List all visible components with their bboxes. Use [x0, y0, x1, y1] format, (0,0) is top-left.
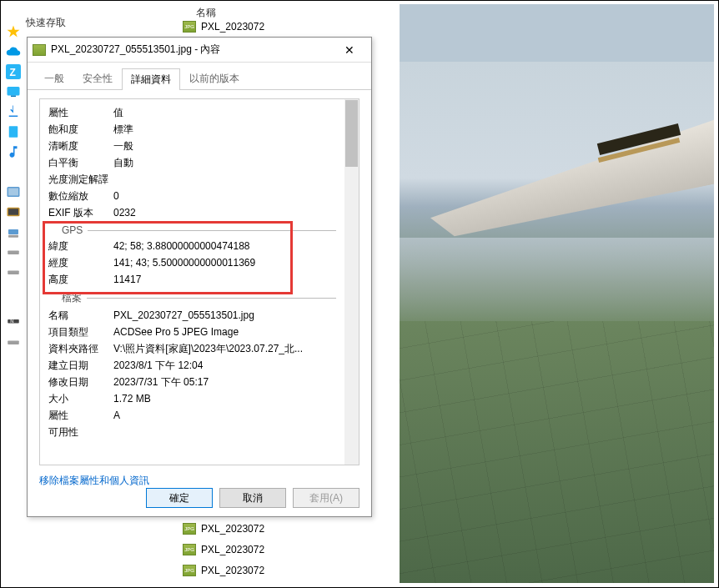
svg-text:Z: Z — [10, 67, 16, 78]
file-row[interactable]: JPGPXL_2023072 — [183, 539, 349, 560]
airplane-wing — [430, 113, 714, 238]
image-preview-pane — [400, 4, 714, 583]
network-icon[interactable]: N — [6, 314, 21, 329]
prop-row[interactable]: 屬性A — [48, 407, 336, 424]
jpg-icon — [33, 44, 46, 56]
fields-layer — [400, 321, 714, 583]
section-gps: GPS — [48, 224, 336, 236]
svg-rect-4 — [9, 126, 18, 138]
more-icon[interactable] — [6, 334, 21, 349]
prop-row-latitude[interactable]: 緯度42; 58; 3.88000000000474188 — [48, 238, 336, 254]
z-icon[interactable]: Z — [6, 64, 21, 79]
vertical-scrollbar[interactable] — [344, 99, 359, 465]
svg-rect-11 — [8, 251, 19, 255]
desktop-icon[interactable] — [6, 84, 21, 99]
prop-row[interactable]: 白平衡自動 — [48, 154, 336, 171]
quick-access-icon[interactable] — [6, 24, 21, 39]
svg-rect-8 — [8, 209, 18, 215]
svg-rect-9 — [8, 229, 18, 234]
properties-dialog: PXL_20230727_055513501.jpg - 內容 ✕ 一般 安全性… — [27, 37, 372, 517]
close-icon[interactable]: ✕ — [333, 43, 366, 57]
svg-rect-2 — [8, 87, 20, 96]
tab-bar: 一般 安全性 詳細資料 以前的版本 — [28, 63, 371, 90]
drive-icon[interactable] — [6, 224, 21, 239]
column-header-name[interactable]: 名稱 — [196, 6, 216, 20]
explorer-nav-sidebar: Z N — [1, 1, 26, 587]
prop-row[interactable]: EXIF 版本0232 — [48, 204, 336, 221]
properties-list: 屬性 值 飽和度標準 清晰度一般 白平衡自動 光度測定解譯 數位縮放0 EXIF… — [40, 99, 344, 445]
prop-row-altitude[interactable]: 高度11417 — [48, 271, 336, 288]
prop-row[interactable]: 項目類型ACDSee Pro 5 JPEG Image — [48, 324, 336, 340]
cancel-button[interactable]: 取消 — [219, 488, 286, 508]
file-name: PXL_2023072 — [201, 21, 264, 33]
onedrive-icon[interactable] — [6, 44, 21, 59]
remove-properties-link[interactable]: 移除檔案屬性和個人資訊 — [39, 474, 149, 488]
file-row-bg[interactable]: JPG PXL_2023072 — [183, 21, 264, 33]
tab-security[interactable]: 安全性 — [73, 68, 122, 89]
details-scroll-area: 屬性 值 飽和度標準 清晰度一般 白平衡自動 光度測定解譯 數位縮放0 EXIF… — [39, 98, 360, 465]
dialog-button-row: 確定 取消 套用(A) — [146, 488, 360, 508]
dialog-titlebar[interactable]: PXL_20230727_055513501.jpg - 內容 ✕ — [28, 38, 371, 63]
tab-previous-versions[interactable]: 以前的版本 — [180, 68, 249, 89]
prop-row[interactable]: 修改日期2023/7/31 下午 05:17 — [48, 374, 336, 390]
prop-row[interactable]: 清晰度一般 — [48, 138, 336, 154]
tab-details[interactable]: 詳細資料 — [122, 68, 180, 90]
empty-icon — [6, 164, 21, 179]
file-name: PXL_2023072 — [201, 523, 264, 535]
prop-row[interactable]: 可用性 — [48, 424, 336, 440]
header-val: 值 — [113, 106, 336, 120]
file-row[interactable]: JPGPXL_2023072 — [183, 518, 349, 539]
file-name: PXL_2023072 — [201, 565, 264, 576]
file-row[interactable]: JPGPXL_2023072 — [183, 560, 349, 580]
svg-rect-3 — [11, 96, 16, 98]
jpg-icon: JPG — [183, 565, 196, 576]
svg-rect-12 — [8, 271, 19, 275]
drive-icon-3[interactable] — [6, 264, 21, 279]
file-name: PXL_2023072 — [201, 544, 264, 555]
documents-icon[interactable] — [6, 124, 21, 139]
prop-row[interactable]: 數位縮放0 — [48, 188, 336, 204]
apply-button[interactable]: 套用(A) — [293, 488, 360, 508]
svg-rect-15 — [8, 341, 19, 345]
prop-row[interactable]: 飽和度標準 — [48, 121, 336, 138]
prop-row[interactable]: 大小1.72 MB — [48, 390, 336, 407]
downloads-icon[interactable] — [6, 104, 21, 119]
prop-row[interactable]: 名稱PXL_20230727_055513501.jpg — [48, 307, 336, 324]
ok-button[interactable]: 確定 — [146, 488, 213, 508]
dialog-title: PXL_20230727_055513501.jpg - 內容 — [51, 43, 333, 57]
section-file: 檔案 — [48, 291, 336, 305]
svg-rect-10 — [8, 235, 18, 238]
music-icon[interactable] — [6, 144, 21, 159]
prop-row[interactable]: 光度測定解譯 — [48, 171, 336, 188]
header-prop: 屬性 — [48, 106, 113, 120]
file-list-below: JPGPXL_2023072 JPGPXL_2023072 JPGPXL_202… — [183, 518, 349, 580]
drive-icon-2[interactable] — [6, 244, 21, 259]
prop-row-longitude[interactable]: 經度141; 43; 5.50000000000011369 — [48, 254, 336, 271]
svg-rect-6 — [8, 188, 18, 196]
jpg-icon: JPG — [183, 544, 196, 555]
jpg-icon: JPG — [183, 523, 196, 535]
scrollbar-thumb[interactable] — [345, 100, 358, 167]
tab-general[interactable]: 一般 — [35, 68, 73, 89]
dialog-content: 屬性 值 飽和度標準 清晰度一般 白平衡自動 光度測定解譯 數位縮放0 EXIF… — [28, 90, 371, 496]
videos-icon[interactable] — [6, 204, 21, 219]
quick-access-label[interactable]: 快速存取 — [26, 16, 66, 30]
prop-row[interactable]: 資料夾路徑V:\照片資料[家庭]\2023年\2023.07.27_北... — [48, 340, 336, 357]
jpg-icon: JPG — [183, 21, 196, 33]
svg-text:N: N — [10, 319, 13, 324]
pictures-icon[interactable] — [6, 184, 21, 199]
header-row: 屬性 值 — [48, 104, 336, 121]
prop-row[interactable]: 建立日期2023/8/1 下午 12:04 — [48, 357, 336, 374]
